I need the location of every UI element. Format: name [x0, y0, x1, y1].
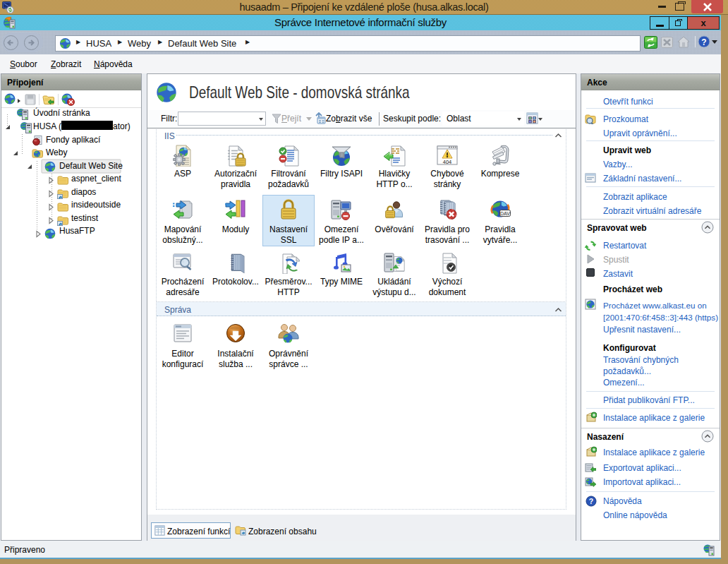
svg-text:?: ? [701, 37, 706, 47]
